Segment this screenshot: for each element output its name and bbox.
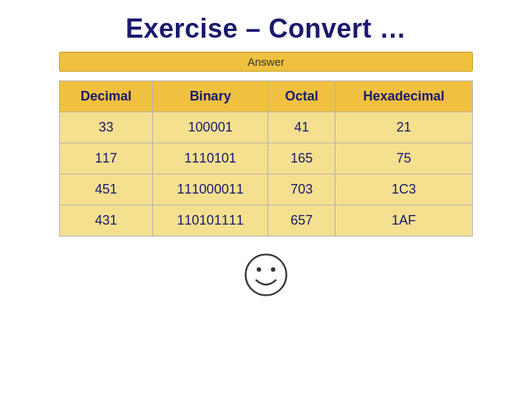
table-cell-r2-c1: 111000011 [152, 174, 268, 205]
col-header-octal: Octal [268, 81, 335, 112]
svg-point-2 [271, 267, 276, 272]
table-cell-r3-c2: 657 [268, 205, 335, 236]
conversion-table: Decimal Binary Octal Hexadecimal 3310000… [59, 81, 473, 236]
table-cell-r0-c3: 21 [335, 112, 473, 143]
table-row: 4511110000117031C3 [60, 174, 473, 205]
table-row: 117111010116575 [60, 143, 473, 174]
table-cell-r2-c0: 451 [60, 174, 153, 205]
table-row: 331000014121 [60, 112, 473, 143]
answer-banner: Answer [59, 52, 473, 72]
table-cell-r2-c2: 703 [268, 174, 335, 205]
table-cell-r1-c1: 1110101 [152, 143, 268, 174]
table-cell-r3-c1: 110101111 [152, 205, 268, 236]
col-header-binary: Binary [152, 81, 268, 112]
table-cell-r3-c0: 431 [60, 205, 153, 236]
table-cell-r1-c0: 117 [60, 143, 153, 174]
table-cell-r0-c0: 33 [60, 112, 153, 143]
col-header-decimal: Decimal [60, 81, 153, 112]
conversion-table-container: Decimal Binary Octal Hexadecimal 3310000… [59, 81, 473, 236]
smiley-container [244, 253, 288, 297]
table-cell-r0-c2: 41 [268, 112, 335, 143]
table-cell-r0-c1: 100001 [152, 112, 268, 143]
table-row: 4311101011116571AF [60, 205, 473, 236]
table-cell-r3-c3: 1AF [335, 205, 473, 236]
col-header-hexadecimal: Hexadecimal [335, 81, 473, 112]
table-cell-r2-c3: 1C3 [335, 174, 473, 205]
page-title: Exercise – Convert … [126, 13, 406, 44]
table-cell-r1-c2: 165 [268, 143, 335, 174]
table-cell-r1-c3: 75 [335, 143, 473, 174]
svg-point-0 [245, 254, 286, 295]
smiley-face-icon [244, 253, 288, 297]
svg-point-1 [256, 267, 261, 272]
